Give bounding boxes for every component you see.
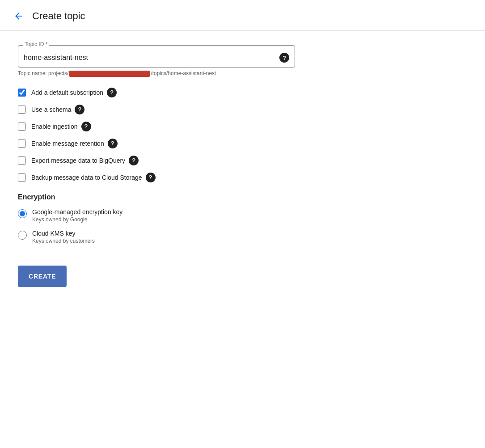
export-bigquery-checkbox[interactable] [18,156,26,165]
main-content: Topic ID * ? Topic name: projects/ /topi… [0,31,313,301]
radio-item-google-managed: Google-managed encryption key Keys owned… [18,208,295,223]
page-header: Create topic [0,0,485,31]
encryption-title: Encryption [18,193,295,201]
backup-cloud-storage-checkbox[interactable] [18,173,26,182]
checkbox-item-use-schema: Use a schema ? [18,105,295,114]
export-bigquery-help-icon[interactable]: ? [129,156,139,165]
checkbox-item-add-default-subscription: Add a default subscription ? [18,88,295,97]
create-button[interactable]: CREATE [18,266,67,287]
add-default-subscription-label[interactable]: Add a default subscription ? [31,88,117,97]
topic-id-label: Topic ID * [23,41,49,47]
backup-cloud-storage-label[interactable]: Backup message data to Cloud Storage ? [31,173,156,182]
use-schema-help-icon[interactable]: ? [75,105,84,114]
enable-message-retention-label[interactable]: Enable message retention ? [31,139,118,148]
checkbox-item-backup-cloud-storage: Backup message data to Cloud Storage ? [18,173,295,182]
redacted-project-id [69,71,150,77]
cloud-kms-radio[interactable] [18,231,27,240]
add-default-subscription-checkbox[interactable] [18,89,26,97]
options-checkboxes: Add a default subscription ? Use a schem… [18,88,295,182]
encryption-section: Encryption Google-managed encryption key… [18,193,295,244]
topic-id-wrapper: Topic ID * ? [18,45,295,68]
checkbox-item-enable-ingestion: Enable ingestion ? [18,122,295,131]
add-default-subscription-help-icon[interactable]: ? [107,88,117,97]
enable-ingestion-checkbox[interactable] [18,123,26,131]
google-managed-radio[interactable] [18,209,27,218]
enable-ingestion-label[interactable]: Enable ingestion ? [31,122,91,131]
radio-item-cloud-kms: Cloud KMS key Keys owned by customers [18,230,295,244]
enable-message-retention-help-icon[interactable]: ? [108,139,118,148]
backup-cloud-storage-help-icon[interactable]: ? [146,173,156,182]
export-bigquery-label[interactable]: Export message data to BigQuery ? [31,156,139,165]
back-button[interactable] [11,8,27,24]
use-schema-label[interactable]: Use a schema ? [31,105,84,114]
cloud-kms-label[interactable]: Cloud KMS key Keys owned by customers [32,230,95,244]
enable-ingestion-help-icon[interactable]: ? [81,122,91,131]
checkbox-item-export-bigquery: Export message data to BigQuery ? [18,156,295,165]
enable-message-retention-checkbox[interactable] [18,139,26,148]
checkbox-item-enable-message-retention: Enable message retention ? [18,139,295,148]
use-schema-checkbox[interactable] [18,106,26,114]
page-title: Create topic [32,10,85,22]
google-managed-label[interactable]: Google-managed encryption key Keys owned… [32,208,122,223]
topic-id-help-icon[interactable]: ? [279,53,289,63]
encryption-radio-group: Google-managed encryption key Keys owned… [18,208,295,244]
topic-name-display: Topic name: projects/ /topics/home-assis… [18,70,295,77]
topic-id-input[interactable] [24,54,279,62]
topic-id-field-group: Topic ID * ? Topic name: projects/ /topi… [18,45,295,77]
